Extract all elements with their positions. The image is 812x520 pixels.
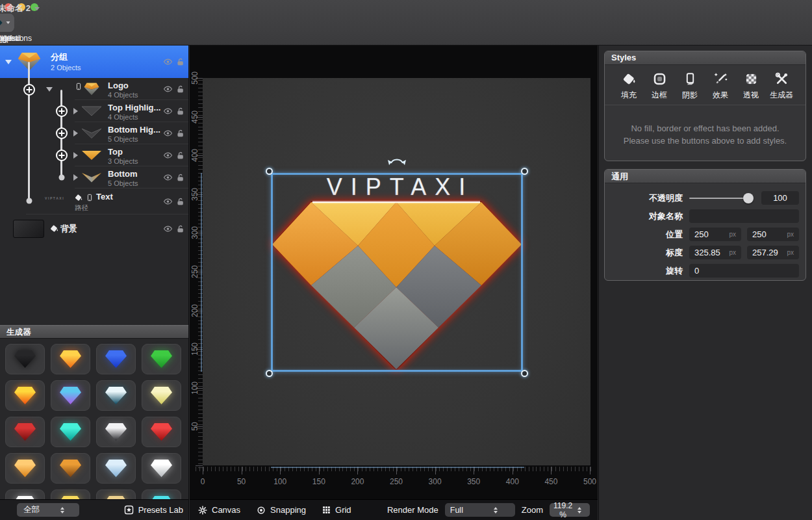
disclosure-triangle-icon[interactable] xyxy=(73,108,78,114)
disclosure-triangle-icon[interactable] xyxy=(46,87,53,92)
layer-row-background[interactable]: 背景 xyxy=(0,217,188,240)
preset-tile[interactable] xyxy=(142,380,181,411)
paint-bucket-icon xyxy=(49,223,60,234)
canvas-settings-button[interactable]: Canvas xyxy=(197,505,240,515)
object-name-field[interactable] xyxy=(689,209,799,223)
selection-handle[interactable] xyxy=(266,370,273,377)
preset-tile[interactable] xyxy=(142,417,181,447)
style-button[interactable]: 阴影 xyxy=(675,71,705,101)
blue-diamond-preset xyxy=(105,350,127,368)
style-button[interactable]: 透视 xyxy=(736,71,766,101)
selection-handle[interactable] xyxy=(521,168,528,175)
rotation-field[interactable]: 0 xyxy=(689,264,799,278)
orange-triangle-thumbnail xyxy=(81,149,103,162)
preset-tile[interactable] xyxy=(142,453,181,484)
background-thumbnail xyxy=(13,220,44,238)
window-title[interactable]: 未命名 2 xyxy=(0,3,40,14)
eye-icon[interactable] xyxy=(162,150,173,161)
ruler-label: 450 xyxy=(544,477,557,486)
eye-icon[interactable] xyxy=(162,84,173,95)
amber-glow-gem-preset xyxy=(14,387,36,404)
preset-tile[interactable] xyxy=(5,344,45,374)
selection-frame[interactable] xyxy=(271,173,523,372)
preset-tile[interactable] xyxy=(51,453,90,484)
lock-icon[interactable] xyxy=(175,196,186,207)
ruler-label: 250 xyxy=(390,477,403,486)
presets-lab-button[interactable]: Presets Lab xyxy=(123,504,183,515)
disclosure-triangle-icon[interactable] xyxy=(73,152,78,159)
scale-y-field[interactable]: 257.29 px xyxy=(747,246,799,259)
eye-icon[interactable] xyxy=(162,128,173,139)
lock-icon[interactable] xyxy=(175,84,186,95)
grid-button[interactable]: Grid xyxy=(322,505,351,515)
opacity-slider[interactable] xyxy=(689,193,754,203)
ruler-label: 400 xyxy=(506,477,519,486)
style-button[interactable]: 填充 xyxy=(614,71,644,101)
lock-icon[interactable] xyxy=(175,57,186,68)
style-button[interactable]: 生成器 xyxy=(767,71,796,101)
slider-knob[interactable] xyxy=(743,193,754,203)
preset-tile[interactable] xyxy=(51,489,90,499)
render-mode-select[interactable]: Full xyxy=(445,503,515,517)
eye-icon[interactable] xyxy=(162,224,173,235)
scale-x-field[interactable]: 325.85 px xyxy=(689,246,741,259)
disclosure-triangle-icon[interactable] xyxy=(73,130,78,136)
preset-tile[interactable] xyxy=(51,417,90,447)
add-layer-button[interactable] xyxy=(56,127,68,139)
lock-icon[interactable] xyxy=(175,106,186,117)
inspector-panel: Styles 填充 边框 阴影 xyxy=(598,46,812,520)
preset-tile[interactable] xyxy=(96,417,136,447)
stepper-icon xyxy=(49,507,75,514)
preset-tile[interactable] xyxy=(96,380,136,411)
device-icon xyxy=(85,192,94,203)
eye-icon[interactable] xyxy=(162,196,173,207)
add-layer-button[interactable] xyxy=(56,150,68,161)
zoom-stepper[interactable]: 119.2 % xyxy=(550,503,590,517)
selection-handle[interactable] xyxy=(521,370,528,377)
selection-handle[interactable] xyxy=(266,168,273,175)
eye-icon[interactable] xyxy=(162,172,173,183)
preset-tile[interactable] xyxy=(51,344,90,374)
snapping-button[interactable]: Snapping xyxy=(256,505,306,515)
disclosure-triangle-icon[interactable] xyxy=(5,60,12,64)
position-x-field[interactable]: 250 px xyxy=(689,228,741,241)
preset-tile[interactable] xyxy=(96,489,136,499)
ruler-label: 300 xyxy=(429,477,442,486)
lock-icon[interactable] xyxy=(175,172,186,183)
canvas-area[interactable]: 050100150200250300350400450500 501001502… xyxy=(190,46,598,499)
ruler-label: 100 xyxy=(190,382,199,395)
preset-tile[interactable] xyxy=(142,489,181,499)
preset-tile[interactable] xyxy=(5,489,45,499)
gold-gem-preset xyxy=(105,496,127,499)
selected-object[interactable]: VIPTAXI xyxy=(271,173,523,372)
position-y-field[interactable]: 250 px xyxy=(747,228,799,241)
disclosure-triangle-icon[interactable] xyxy=(73,174,78,181)
lock-icon[interactable] xyxy=(175,128,186,139)
eye-icon[interactable] xyxy=(162,106,173,117)
preset-tile[interactable] xyxy=(5,453,45,484)
stepper-icon xyxy=(481,507,511,514)
eye-icon[interactable] xyxy=(162,57,173,68)
opacity-value-field[interactable]: 100 xyxy=(761,191,799,205)
preset-tile[interactable] xyxy=(142,344,181,374)
ruler-label: 350 xyxy=(190,188,199,201)
generator-panel-header: 生成器 xyxy=(0,325,188,339)
layer-name: Top xyxy=(108,147,138,157)
style-button[interactable]: 边框 xyxy=(644,71,674,101)
lock-icon[interactable] xyxy=(175,150,186,161)
toolbar-button[interactable]: Export xyxy=(0,14,14,43)
sidebar-footer: 全部 Presets Lab xyxy=(0,499,188,520)
add-layer-button[interactable] xyxy=(56,105,68,117)
lock-icon[interactable] xyxy=(175,224,186,235)
preset-tile[interactable] xyxy=(96,344,136,374)
preset-tile[interactable] xyxy=(5,380,45,411)
add-layer-button[interactable] xyxy=(23,84,35,96)
preset-filter-select[interactable]: 全部 xyxy=(17,503,79,517)
style-button[interactable]: 效果 xyxy=(705,71,735,101)
preset-tile[interactable] xyxy=(5,417,45,447)
rotate-handle-icon[interactable] xyxy=(387,154,407,167)
preset-tile[interactable] xyxy=(51,380,90,411)
preset-tile[interactable] xyxy=(96,453,136,484)
perspective-icon xyxy=(743,71,759,87)
zoom-value: 119.2 % xyxy=(553,501,572,519)
